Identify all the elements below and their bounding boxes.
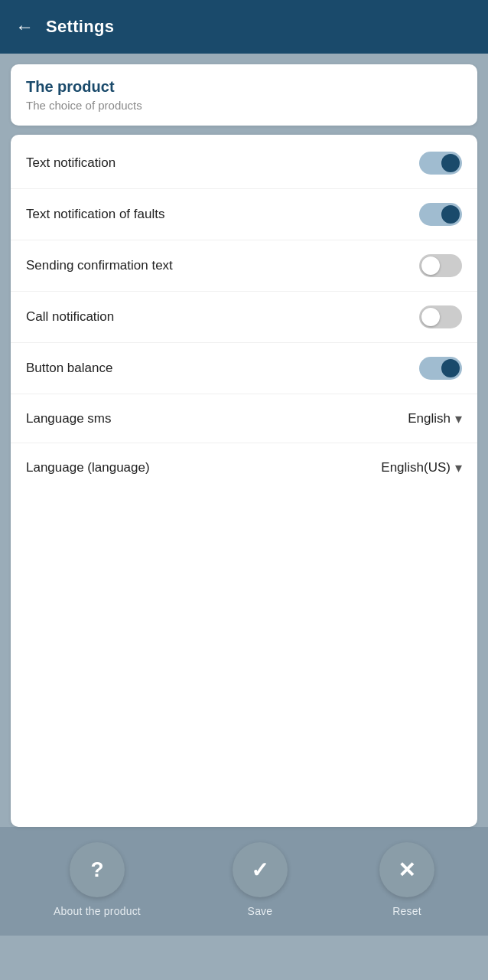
product-name: The product [26, 78, 462, 96]
toggle-text-notification-faults[interactable] [419, 203, 462, 226]
bottom-bar: ? About the product ✓ Save ✕ Reset [0, 827, 488, 936]
page-title: Settings [46, 17, 114, 37]
setting-row-text-notification: Text notification [11, 138, 477, 189]
setting-row-sending-confirmation: Sending confirmation text [11, 240, 477, 292]
dropdown-value-language-sms: English [408, 411, 451, 426]
setting-row-text-notification-faults: Text notification of faults [11, 189, 477, 240]
setting-label-sending-confirmation: Sending confirmation text [26, 258, 173, 273]
about-button[interactable]: ? About the product [54, 842, 141, 917]
toggle-button-balance[interactable] [419, 357, 462, 380]
save-icon: ✓ [233, 842, 288, 897]
setting-row-call-notification: Call notification [11, 292, 477, 343]
about-label: About the product [54, 905, 141, 917]
setting-row-language-language: Language (language)English(US)▾ [11, 443, 477, 492]
setting-label-language-language: Language (language) [26, 460, 150, 475]
back-button[interactable]: ← [15, 16, 34, 38]
reset-label: Reset [392, 905, 421, 917]
toggle-thumb-text-notification [441, 154, 460, 172]
product-card: The product The choice of products [11, 64, 477, 126]
dropdown-language-sms[interactable]: English▾ [408, 410, 462, 427]
toggle-sending-confirmation[interactable] [419, 254, 462, 277]
setting-label-text-notification-faults: Text notification of faults [26, 207, 164, 222]
setting-row-button-balance: Button balance [11, 343, 477, 394]
setting-label-text-notification: Text notification [26, 155, 115, 171]
toggle-thumb-button-balance [441, 359, 460, 377]
reset-button[interactable]: ✕ Reset [379, 842, 434, 917]
product-subtitle: The choice of products [26, 99, 462, 112]
dropdown-value-language-language: English(US) [381, 460, 451, 475]
header: ← Settings [0, 0, 488, 54]
setting-row-language-sms: Language smsEnglish▾ [11, 394, 477, 443]
about-icon: ? [70, 842, 125, 897]
dropdown-arrow-icon-language-sms: ▾ [455, 410, 462, 427]
toggle-call-notification[interactable] [419, 305, 462, 328]
main-area: The product The choice of products Text … [0, 54, 488, 827]
dropdown-arrow-icon-language-language: ▾ [455, 459, 462, 476]
save-label: Save [248, 905, 273, 917]
setting-label-button-balance: Button balance [26, 361, 112, 376]
setting-label-call-notification: Call notification [26, 309, 114, 325]
setting-label-language-sms: Language sms [26, 411, 112, 426]
toggle-thumb-sending-confirmation [421, 256, 440, 275]
save-button[interactable]: ✓ Save [233, 842, 288, 917]
dropdown-language-language[interactable]: English(US)▾ [381, 459, 462, 476]
toggle-text-notification[interactable] [419, 152, 462, 175]
toggle-thumb-call-notification [421, 308, 440, 326]
toggle-thumb-text-notification-faults [441, 205, 460, 224]
settings-card: Text notificationText notification of fa… [11, 135, 477, 827]
reset-icon: ✕ [379, 842, 434, 897]
